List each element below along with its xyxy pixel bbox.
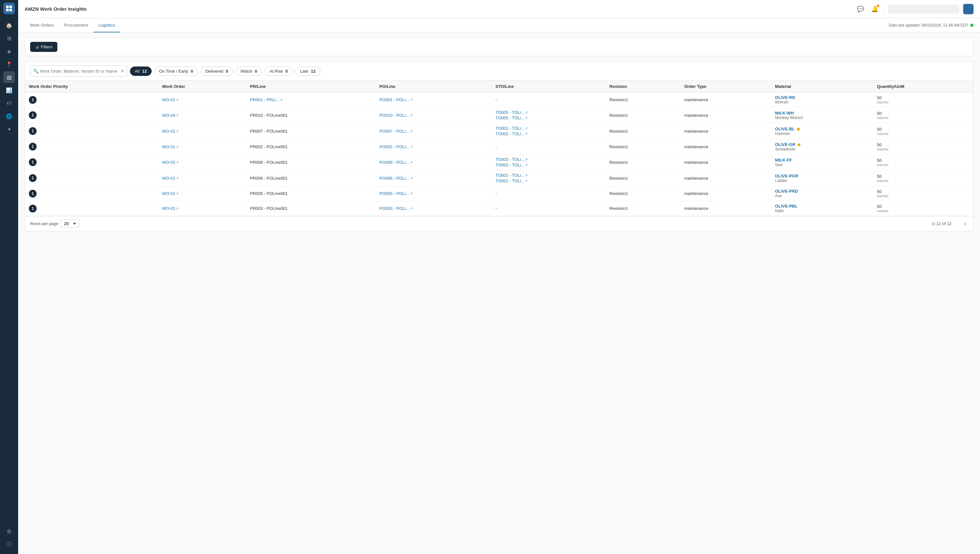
table-toolbar: 🔍 ✕ All 12 On Time / Early 0 Delivered 0… [25, 62, 973, 81]
po-line-link[interactable]: PO008 - POLi... ↗ [380, 160, 412, 165]
cell-quantity: 50 eaches [873, 201, 973, 216]
external-link-icon: ↗ [525, 174, 528, 177]
sidebar-table-icon[interactable]: ▤ [3, 71, 15, 83]
sto-link[interactable]: TO001 - TOLi... ↗ [495, 179, 602, 183]
notification-button[interactable]: 🔔 [870, 4, 880, 14]
search-input[interactable] [38, 69, 119, 73]
sto-link[interactable]: TO005 - TOLi... ↗ [495, 110, 602, 115]
cell-revision: Revision1 [606, 154, 681, 170]
external-link-icon: ↗ [410, 129, 412, 133]
warning-icon: ◆ [797, 126, 800, 131]
sidebar-home-icon[interactable]: 🏠 [3, 19, 15, 31]
material-code-link[interactable]: OLIVE-RD [775, 95, 795, 100]
material-code-link[interactable]: OLIVE-PGR [775, 174, 799, 179]
sidebar-settings-icon[interactable]: ⚙ [3, 525, 15, 537]
pr-line-link[interactable]: PR001 - PRLi... ↗ [250, 97, 282, 102]
po-line-link[interactable]: PO007 - POLi... ↗ [380, 129, 412, 134]
material-name: Screwdriver [775, 147, 869, 152]
work-order-link[interactable]: WO-01 ↗ [162, 129, 178, 134]
work-order-link[interactable]: WO-04 ↗ [162, 113, 178, 118]
sto-link[interactable]: TO001 - TOLi... ↗ [495, 173, 602, 178]
work-order-link[interactable]: WO-01 ↗ [162, 176, 178, 180]
po-line-link[interactable]: PO001 - POLi... ↗ [380, 97, 412, 102]
app-logo[interactable] [3, 3, 15, 14]
cell-revision: Revision1 [606, 93, 681, 107]
tab-logistics[interactable]: Logistics [93, 18, 120, 32]
po-line-link[interactable]: PO006 - POLi... ↗ [380, 176, 412, 180]
col-revision: Revision [606, 81, 681, 93]
sidebar-globe-icon[interactable]: 🌐 [3, 110, 15, 122]
sto-link[interactable]: TO005 - TOLi... ↗ [495, 115, 602, 120]
cell-po-line: PO002 - POLi... ↗ [375, 139, 492, 154]
cell-order-type: maintenance [680, 139, 771, 154]
sidebar-location-icon[interactable]: 📍 [3, 58, 15, 70]
po-line-link[interactable]: PO002 - POLi... ↗ [380, 144, 412, 149]
cell-material: OLIVE-PBL Nails [771, 201, 873, 216]
pill-at-risk[interactable]: At Risk 0 [264, 67, 292, 76]
material-code-link[interactable]: OLIVE-GR [775, 142, 795, 147]
pill-on-time-early[interactable]: On Time / Early 0 [154, 67, 198, 76]
nav-tabs: Work Orders Procurement Logistics Data l… [18, 18, 980, 32]
cell-priority: 1 [25, 201, 158, 216]
qty-value: 50 [877, 95, 969, 100]
pill-delivered[interactable]: Delivered 0 [200, 67, 233, 76]
external-link-icon: ↗ [410, 161, 412, 164]
pill-watch[interactable]: Watch 0 [235, 67, 262, 76]
material-code-link[interactable]: OLIVE-PRD [775, 189, 798, 194]
sto-link[interactable]: TO003 - TOLi... ↗ [495, 163, 602, 168]
filter-section: ⊿ Filters [25, 38, 974, 56]
po-line-link[interactable]: PO010 - POLi... ↗ [380, 113, 412, 118]
clear-search-icon[interactable]: ✕ [121, 69, 124, 73]
svg-rect-2 [6, 9, 9, 11]
external-link-icon: ↗ [176, 129, 178, 133]
chat-button[interactable]: 💬 [855, 4, 865, 14]
cell-po-line: PO005 - POLi... ↗ [375, 186, 492, 201]
material-name: Ladder [775, 179, 869, 183]
external-link-icon: ↗ [176, 98, 178, 102]
sidebar-plugin-icon[interactable]: ✦ [3, 123, 15, 135]
work-order-link[interactable]: WO-02 ↗ [162, 160, 178, 165]
external-link-icon: ↗ [176, 192, 178, 195]
sidebar-grid-icon[interactable]: ⊞ [3, 32, 15, 44]
material-code-link[interactable]: OLIVE-PBL [775, 204, 797, 209]
po-line-link[interactable]: PO005 - POLi... ↗ [380, 191, 412, 196]
pill-late[interactable]: Late 12 [295, 67, 320, 76]
external-link-icon: ↗ [280, 98, 283, 102]
sidebar: 🏠 ⊞ ◈ 📍 ▤ 📊 🏷 🌐 ✦ ⚙ ⓘ [0, 0, 18, 554]
app-brand: AMZN [25, 6, 38, 12]
sidebar-chart-icon[interactable]: 📊 [3, 84, 15, 96]
col-priority: Work Order Priority [25, 81, 158, 93]
pill-all[interactable]: All 12 [130, 67, 152, 76]
sidebar-info-icon[interactable]: ⓘ [3, 538, 15, 550]
prev-page-button[interactable]: ‹ [954, 220, 959, 227]
tab-procurement[interactable]: Procurement [59, 18, 93, 32]
sidebar-tag-icon[interactable]: 🏷 [3, 97, 15, 109]
external-link-icon: ↗ [525, 116, 528, 120]
filters-button[interactable]: ⊿ Filters [30, 42, 57, 52]
work-order-link[interactable]: WO-01 ↗ [162, 97, 178, 102]
material-code-link[interactable]: MILK-FF [775, 158, 792, 163]
qty-value: 50 [877, 142, 969, 147]
cell-priority: 1 [25, 139, 158, 154]
po-line-link[interactable]: PO003 - POLi... ↗ [380, 206, 412, 211]
cell-pr-line: PR007 - POLine001 [246, 123, 375, 139]
material-code-link[interactable]: MILK-WH [775, 110, 794, 115]
warning-icon: ◆ [797, 142, 801, 147]
work-order-link[interactable]: WO-01 ↗ [162, 206, 178, 211]
search-input-wrap[interactable]: 🔍 ✕ [30, 65, 127, 77]
cell-quantity: 50 eaches [873, 170, 973, 186]
material-code-link[interactable]: OLIVE-BL [775, 126, 795, 131]
sto-link[interactable]: TO002 - TOLi... ↗ [495, 126, 602, 131]
work-order-link[interactable]: WO-01 ↗ [162, 191, 178, 196]
user-avatar[interactable] [963, 4, 974, 14]
work-order-link[interactable]: WO-01 ↗ [162, 144, 178, 149]
rows-per-page-select[interactable]: 10 20 50 100 [61, 220, 79, 228]
sto-link[interactable]: TO003 - TOLi... ↗ [495, 157, 602, 162]
table-row: 1 WO-01 ↗ PR006 - POLine001 PO006 - POLi… [25, 170, 973, 186]
next-page-button[interactable]: › [963, 220, 968, 227]
tab-work-orders[interactable]: Work Orders [25, 18, 59, 32]
sidebar-cube-icon[interactable]: ◈ [3, 45, 15, 57]
cell-pr-line: PR001 - PRLi... ↗ [246, 93, 375, 107]
external-link-icon: ↗ [525, 132, 528, 136]
sto-link[interactable]: TO002 - TOLi... ↗ [495, 131, 602, 136]
